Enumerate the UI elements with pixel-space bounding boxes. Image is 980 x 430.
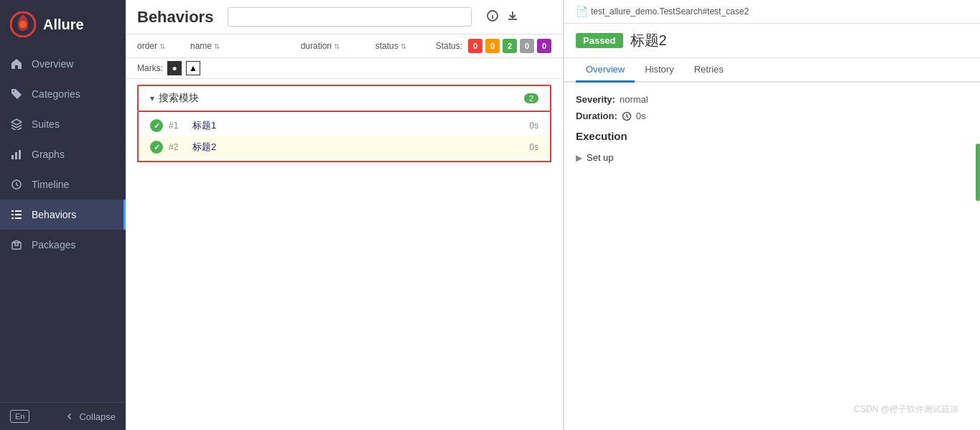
sidebar-item-behaviors[interactable]: Behaviors <box>0 200 126 230</box>
watermark: CSDN @橙子软件测试菇凉 <box>854 403 958 416</box>
svg-rect-2 <box>11 155 14 159</box>
sidebar-item-timeline[interactable]: Timeline <box>0 169 126 200</box>
test-duration-2: 0s <box>529 142 538 152</box>
sidebar-item-categories[interactable]: Categories <box>0 79 126 109</box>
behaviors-panel: Behaviors order ⇅ name ⇅ durat <box>126 0 564 430</box>
collapse-button[interactable]: Collapse <box>65 411 116 422</box>
test-number-2: #2 <box>169 142 187 152</box>
test-duration-1: 0s <box>529 121 538 131</box>
test-number-1: #1 <box>169 121 187 131</box>
collapse-label: Collapse <box>79 411 116 422</box>
breadcrumb-path: test_allure_demo.TestSearch#test_case2 <box>591 6 749 17</box>
name-sort-icon: ⇅ <box>214 42 220 50</box>
sidebar-item-packages-label: Packages <box>32 239 75 251</box>
duration-sort-icon: ⇅ <box>334 42 340 50</box>
group-count: 2 <box>524 93 538 103</box>
detail-body: Severity: normal Duration: 0s Execution … <box>564 83 980 430</box>
passed-status-badge: Passed <box>576 33 623 48</box>
test-status-passed-icon-1 <box>150 119 163 132</box>
download-button[interactable] <box>506 9 519 25</box>
mark-triangle-button[interactable]: ▲ <box>186 61 200 75</box>
sidebar-bottom: En Collapse <box>0 402 126 430</box>
skipped-count[interactable]: 0 <box>520 39 534 53</box>
setup-row[interactable]: ▶ Set up <box>576 148 969 167</box>
execution-title: Execution <box>576 130 969 142</box>
name-column-header[interactable]: name ⇅ <box>190 41 298 51</box>
group-chevron-icon: ▾ <box>150 93 154 103</box>
list-icon <box>10 208 23 221</box>
status-column-header[interactable]: status ⇅ <box>375 41 433 51</box>
collapse-icon <box>65 411 75 421</box>
detail-title: 标题2 <box>630 31 667 50</box>
download-icon <box>506 9 519 22</box>
behaviors-list: ▾ 搜索模块 2 #1 标题1 0s #2 标题2 0s <box>126 79 563 430</box>
group-container: ▾ 搜索模块 2 #1 标题1 0s #2 标题2 0s <box>131 85 557 162</box>
tag-icon <box>10 88 23 101</box>
group-items: #1 标题1 0s #2 标题2 0s <box>137 112 551 162</box>
duration-value: 0s <box>636 111 646 121</box>
behaviors-title: Behaviors <box>137 8 213 27</box>
test-item-2[interactable]: #2 标题2 0s <box>139 136 550 158</box>
sidebar-item-overview-label: Overview <box>32 58 73 70</box>
detail-tabs: Overview History Retries <box>564 58 980 83</box>
marks-row: Marks: ● ▲ <box>126 58 563 79</box>
sidebar-item-timeline-label: Timeline <box>32 179 69 190</box>
order-column-header[interactable]: order ⇅ <box>137 41 187 51</box>
svg-point-1 <box>19 21 27 28</box>
detail-scrollbar[interactable] <box>976 144 980 201</box>
tab-retries[interactable]: Retries <box>684 58 734 83</box>
broken-count[interactable]: 0 <box>485 39 500 53</box>
header-icons <box>486 9 519 25</box>
svg-rect-4 <box>19 150 21 159</box>
passed-count[interactable]: 2 <box>503 39 517 53</box>
breadcrumb-file-icon: 📄 <box>576 6 588 17</box>
group-name: 搜索模块 <box>159 92 199 105</box>
sidebar-item-packages[interactable]: Packages <box>0 230 126 260</box>
marks-label: Marks: <box>137 63 163 73</box>
language-button[interactable]: En <box>10 410 29 423</box>
search-input[interactable] <box>228 7 472 27</box>
detail-breadcrumb: 📄 test_allure_demo.TestSearch#test_case2 <box>564 0 980 24</box>
test-name-1: 标题1 <box>192 119 523 132</box>
sidebar-item-graphs[interactable]: Graphs <box>0 139 126 169</box>
svg-rect-3 <box>15 152 17 159</box>
severity-row: Severity: normal <box>576 94 969 105</box>
tab-overview[interactable]: Overview <box>576 58 635 83</box>
unknown-count[interactable]: 0 <box>537 39 551 53</box>
sidebar-item-suites[interactable]: Suites <box>0 109 126 139</box>
main-area: Behaviors order ⇅ name ⇅ durat <box>126 0 980 430</box>
sidebar-item-categories-label: Categories <box>32 88 80 100</box>
test-name-2: 标题2 <box>192 141 523 154</box>
failed-count[interactable]: 0 <box>468 39 482 53</box>
group-header-search[interactable]: ▾ 搜索模块 2 <box>137 85 551 112</box>
duration-column-header[interactable]: duration ⇅ <box>301 41 373 51</box>
duration-clock-icon <box>622 111 632 121</box>
duration-row: Duration: 0s <box>576 111 969 121</box>
sidebar: Allure Overview Categories Suites Graphs <box>0 0 126 430</box>
logo-text: Allure <box>43 17 84 33</box>
svg-rect-10 <box>11 218 14 219</box>
info-button[interactable] <box>486 9 499 25</box>
detail-panel: 📄 test_allure_demo.TestSearch#test_case2… <box>564 0 980 430</box>
svg-rect-8 <box>11 214 14 215</box>
order-sort-icon: ⇅ <box>159 42 165 50</box>
package-icon <box>10 238 23 251</box>
clock-icon <box>10 178 23 191</box>
severity-value: normal <box>620 94 648 105</box>
status-filter-label: Status: <box>436 41 462 51</box>
status-sort-icon: ⇅ <box>401 42 406 50</box>
layers-icon <box>10 118 23 131</box>
table-header: order ⇅ name ⇅ duration ⇅ status ⇅ Statu… <box>126 34 563 58</box>
svg-rect-11 <box>15 218 22 219</box>
sidebar-item-suites-label: Suites <box>32 118 60 130</box>
mark-circle-button[interactable]: ● <box>167 61 182 75</box>
svg-rect-7 <box>15 210 22 212</box>
behaviors-header: Behaviors <box>126 0 563 34</box>
duration-label: Duration: <box>576 111 617 121</box>
sidebar-item-graphs-label: Graphs <box>32 149 65 160</box>
tab-history[interactable]: History <box>635 58 683 83</box>
detail-title-bar: Passed 标题2 <box>564 24 980 58</box>
sidebar-item-overview[interactable]: Overview <box>0 49 126 79</box>
severity-label: Severity: <box>576 94 615 105</box>
test-item-1[interactable]: #1 标题1 0s <box>139 115 550 136</box>
